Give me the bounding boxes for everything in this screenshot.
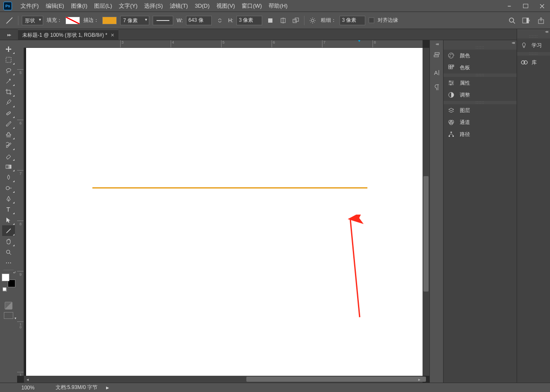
menu-edit[interactable]: 编辑(E) xyxy=(42,0,68,12)
collapse-icon[interactable]: ◂◂ xyxy=(435,41,438,46)
menu-select[interactable]: 选择(S) xyxy=(141,0,166,12)
tool-crop[interactable] xyxy=(2,86,15,97)
scrollbar-vertical[interactable] xyxy=(423,48,429,376)
menu-type[interactable]: 文字(Y) xyxy=(115,0,141,12)
panel-libraries[interactable]: 库 xyxy=(517,56,550,69)
menu-window[interactable]: 窗口(W) xyxy=(238,0,265,12)
panel-grip[interactable]: :::::: xyxy=(517,35,550,38)
scroll-left-icon[interactable]: ◂ xyxy=(24,377,31,382)
window-controls: ‒ xyxy=(501,0,550,12)
panel-grip[interactable]: :::::: xyxy=(517,52,550,56)
tool-hand[interactable] xyxy=(2,236,15,247)
window-minimize-button[interactable]: ‒ xyxy=(501,0,517,12)
path-ops-icon[interactable] xyxy=(266,16,275,25)
panel-character-icon[interactable]: A xyxy=(430,66,443,79)
tool-eyedropper[interactable] xyxy=(2,97,15,108)
height-input[interactable] xyxy=(237,16,262,25)
menu-image[interactable]: 图像(I) xyxy=(68,0,91,12)
tool-zoom[interactable] xyxy=(2,247,15,257)
swap-colors-icon[interactable]: ⤾ xyxy=(13,270,16,274)
panel-color[interactable]: 颜色 xyxy=(444,50,517,62)
window-close-button[interactable] xyxy=(534,0,550,12)
align-edges-checkbox[interactable] xyxy=(369,18,374,23)
stroke-width-select[interactable]: 7 像素 xyxy=(120,16,149,25)
panel-paragraph-icon[interactable] xyxy=(430,81,443,94)
panel-adjustments[interactable]: 调整 xyxy=(444,89,517,101)
tool-line[interactable] xyxy=(2,225,15,236)
gear-icon[interactable] xyxy=(308,16,317,25)
tool-text[interactable]: T xyxy=(2,204,15,215)
share-icon[interactable] xyxy=(536,16,546,25)
active-tool-icon[interactable] xyxy=(4,15,15,26)
ruler-tick: 7 xyxy=(322,40,325,48)
palette-icon xyxy=(448,52,455,59)
width-input[interactable] xyxy=(186,16,212,25)
panel-grip[interactable]: :::::: xyxy=(444,101,517,104)
weight-input[interactable] xyxy=(340,16,365,25)
panel-grip[interactable]: :::::: xyxy=(444,46,517,50)
tool-move[interactable] xyxy=(2,44,15,54)
workspace-switcher-icon[interactable] xyxy=(522,16,531,25)
tool-marquee[interactable] xyxy=(2,54,15,65)
window-maximize-button[interactable] xyxy=(517,0,534,12)
search-icon[interactable] xyxy=(507,16,517,25)
tool-lasso[interactable] xyxy=(2,65,15,76)
zoom-level[interactable]: 100% xyxy=(21,385,47,391)
panel-paths[interactable]: 路径 xyxy=(444,128,517,140)
menu-file[interactable]: 文件(F) xyxy=(17,0,42,12)
tool-blur[interactable] xyxy=(2,172,15,183)
document-canvas[interactable] xyxy=(26,48,423,376)
tool-mode-select[interactable]: 形状 xyxy=(22,16,43,25)
path-arrange-icon[interactable] xyxy=(291,16,301,25)
ruler-vertical[interactable]: 5 6 7 8 9 10 11 xyxy=(17,48,24,376)
menu-layer[interactable]: 图层(L) xyxy=(91,0,115,12)
tool-history-brush[interactable] xyxy=(2,140,15,150)
tool-stamp[interactable] xyxy=(2,129,15,140)
tool-edit-toolbar[interactable]: ⋯ xyxy=(2,257,15,268)
path-align-icon[interactable] xyxy=(278,16,288,25)
menu-view[interactable]: 视图(V) xyxy=(213,0,238,12)
panel-channels[interactable]: 通道 xyxy=(444,116,517,128)
doc-info-menu-icon[interactable]: ▶ xyxy=(106,386,109,390)
menu-help[interactable]: 帮助(H) xyxy=(265,0,291,12)
scroll-right-icon[interactable]: ▸ xyxy=(416,377,423,382)
tool-brush[interactable] xyxy=(2,118,15,129)
ruler-horizontal[interactable]: 3 4 5 6 7 8 9 xyxy=(24,40,423,48)
screen-mode-button[interactable] xyxy=(4,312,13,319)
tool-wand[interactable] xyxy=(2,76,15,86)
menu-3d[interactable]: 3D(D) xyxy=(191,0,213,12)
link-wh-icon[interactable] xyxy=(215,16,225,25)
panel-properties[interactable]: 属性 xyxy=(444,77,517,89)
tab-close-icon[interactable]: × xyxy=(111,30,114,40)
tab-overflow-button[interactable]: ▸▸ xyxy=(1,29,17,40)
tool-dodge[interactable] xyxy=(2,183,15,193)
panel-layers[interactable]: 图层 xyxy=(444,104,517,116)
tool-pen[interactable] xyxy=(2,193,15,204)
doc-info[interactable]: 文档:5.93M/0 字节 xyxy=(56,384,98,391)
scrollbar-thumb[interactable] xyxy=(246,377,426,382)
panel-learn[interactable]: 学习 xyxy=(517,38,550,52)
tool-eraser[interactable] xyxy=(2,150,15,161)
color-swatches[interactable]: ⤾ xyxy=(2,274,15,287)
canvas-area: 3 4 5 6 7 8 9 5 6 7 8 9 10 11 xyxy=(17,40,429,383)
panel-history-icon[interactable] xyxy=(430,48,443,61)
scrollbar-thumb[interactable] xyxy=(423,176,429,292)
stroke-swatch[interactable] xyxy=(102,17,117,24)
quick-mask-button[interactable] xyxy=(5,302,12,309)
panel-grip[interactable]: :::::: xyxy=(444,74,517,77)
default-colors-icon[interactable] xyxy=(3,287,7,292)
document-tab[interactable]: 未标题-1 @ 100% (形状 1, RGB/8#) * × xyxy=(18,29,118,40)
tool-path-select[interactable] xyxy=(2,215,15,225)
stroke-style-select[interactable] xyxy=(153,16,173,25)
canvas-viewport[interactable] xyxy=(24,48,423,376)
ruler-origin[interactable] xyxy=(17,40,24,48)
foreground-color-swatch[interactable] xyxy=(2,274,9,281)
shape-line[interactable] xyxy=(92,187,367,189)
menu-filter[interactable]: 滤镜(T) xyxy=(166,0,192,12)
panel-swatches[interactable]: 色板 xyxy=(444,62,517,74)
scrollbar-horizontal[interactable]: ◂ ▸ xyxy=(24,376,423,383)
tool-gradient[interactable] xyxy=(2,161,15,172)
svg-point-38 xyxy=(449,81,451,82)
fill-swatch[interactable] xyxy=(65,17,80,24)
tool-heal[interactable] xyxy=(2,108,15,118)
